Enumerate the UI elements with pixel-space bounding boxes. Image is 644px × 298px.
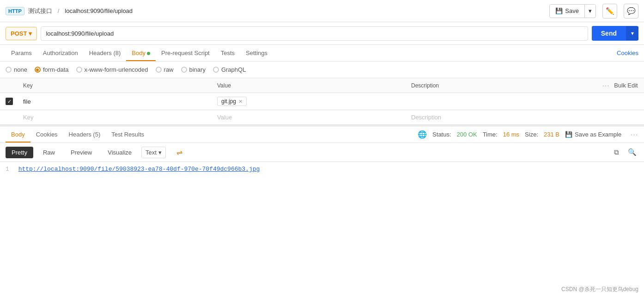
body-type-none-label: none xyxy=(14,66,27,73)
save-example-button[interactable]: 💾 Save as Example xyxy=(565,131,621,138)
body-type-raw[interactable]: raw xyxy=(156,66,174,73)
http-badge: HTTP xyxy=(6,7,24,15)
response-tabs: Body Cookies Headers (5) Test Results xyxy=(6,126,150,143)
body-type-urlencoded-label: x-www-form-urlencoded xyxy=(85,66,148,73)
body-type-graphql[interactable]: GraphQL xyxy=(213,66,246,73)
resp-tab-test-results[interactable]: Test Results xyxy=(106,126,150,143)
th-check xyxy=(0,78,18,93)
tab-headers[interactable]: Headers (8) xyxy=(84,45,127,61)
th-value: Value xyxy=(213,78,407,93)
save-button[interactable]: 💾 Save xyxy=(550,5,584,17)
tab-body-label: Body xyxy=(132,50,146,56)
tab-tests[interactable]: Tests xyxy=(215,45,240,61)
save-example-label: Save as Example xyxy=(575,131,621,138)
cookies-link[interactable]: Cookies xyxy=(617,45,638,61)
subtab-visualize[interactable]: Visualize xyxy=(102,147,138,158)
save-button-group: 💾 Save ▾ xyxy=(549,4,596,18)
subtab-preview[interactable]: Preview xyxy=(65,147,98,158)
time-value: 16 ms xyxy=(503,131,519,138)
save-icon: 💾 xyxy=(555,7,563,14)
save-label: Save xyxy=(565,7,579,14)
line-number-1: 1 xyxy=(6,166,9,173)
tab-body[interactable]: Body xyxy=(126,45,156,61)
value-placeholder: Value xyxy=(217,114,232,121)
subtab-raw[interactable]: Raw xyxy=(37,147,61,158)
radio-urlencoded xyxy=(76,67,82,73)
watermark: CSDN @杀死一只知更鸟debug xyxy=(561,286,638,293)
tab-authorization[interactable]: Authorization xyxy=(37,45,84,61)
th-actions: ··· Bulk Edit xyxy=(598,78,644,93)
send-button[interactable]: Send xyxy=(592,26,626,41)
save-dropdown-arrow[interactable]: ▾ xyxy=(585,5,595,17)
radio-raw xyxy=(156,67,162,73)
status-value: 200 OK xyxy=(457,131,477,138)
row-key-cell[interactable]: file xyxy=(18,93,213,110)
edit-icon-button[interactable]: ✏️ xyxy=(602,4,617,19)
send-dropdown-arrow[interactable]: ▾ xyxy=(626,26,638,40)
empty-row-desc[interactable]: Description xyxy=(407,110,598,125)
empty-row-actions xyxy=(598,110,644,125)
url-input[interactable] xyxy=(41,26,588,41)
request-tabs: Params Authorization Headers (8) Body Pr… xyxy=(0,45,644,62)
resp-tab-cookies[interactable]: Cookies xyxy=(30,126,63,143)
body-active-dot xyxy=(147,52,150,55)
file-name: git.jpg xyxy=(221,98,236,105)
body-type-binary[interactable]: binary xyxy=(181,66,206,73)
format-selector[interactable]: Text ▾ xyxy=(141,147,166,158)
bulk-edit-button[interactable]: Bulk Edit xyxy=(614,82,638,89)
empty-row-check xyxy=(0,110,18,125)
method-selector[interactable]: POST ▾ xyxy=(6,27,37,40)
size-label: Size: xyxy=(525,131,538,138)
breadcrumb-separator: / xyxy=(58,7,60,14)
collection-name[interactable]: 测试接口 xyxy=(28,7,52,15)
response-subtabs: Pretty Raw Preview Visualize Text ▾ ⇌ ⧉ … xyxy=(0,143,644,162)
body-type-urlencoded[interactable]: x-www-form-urlencoded xyxy=(76,66,148,73)
response-more-options-icon[interactable]: ··· xyxy=(631,131,638,138)
tab-params[interactable]: Params xyxy=(6,45,37,61)
desc-placeholder: Description xyxy=(411,114,441,121)
body-type-form-data-label: form-data xyxy=(43,66,69,73)
radio-form-data xyxy=(35,67,41,73)
status-label: Status: xyxy=(432,131,451,138)
comment-icon-button[interactable]: 💬 xyxy=(624,4,638,19)
copy-response-icon[interactable]: ⧉ xyxy=(610,146,623,159)
more-options-icon[interactable]: ··· xyxy=(602,82,610,89)
wrap-icon[interactable]: ⇌ xyxy=(173,146,186,159)
response-tabs-bar: Body Cookies Headers (5) Test Results 🌐 … xyxy=(0,126,644,143)
body-type-selector: none form-data x-www-form-urlencoded raw… xyxy=(0,62,644,78)
row-checkbox-cell[interactable]: ✓ xyxy=(0,93,18,110)
row-key-value: file xyxy=(23,98,31,105)
format-label: Text xyxy=(146,149,157,156)
row-actions-cell xyxy=(598,93,644,110)
body-type-form-data[interactable]: form-data xyxy=(35,66,69,73)
body-type-none[interactable]: none xyxy=(6,66,27,73)
file-tag: git.jpg ✕ xyxy=(217,97,247,106)
top-bar: HTTP 测试接口 / localhost:9090/file/upload 💾… xyxy=(0,0,644,22)
table-row-empty: Key Value Description xyxy=(0,110,644,125)
time-label: Time: xyxy=(483,131,498,138)
row-value-cell[interactable]: git.jpg ✕ xyxy=(213,93,407,110)
row-desc-cell[interactable] xyxy=(407,93,598,110)
tab-settings[interactable]: Settings xyxy=(240,45,273,61)
response-body: 1 http://localhost:9090/file/59038923-ea… xyxy=(0,162,644,176)
empty-row-value[interactable]: Value xyxy=(213,110,407,125)
resp-tab-body[interactable]: Body xyxy=(6,126,30,143)
radio-none xyxy=(6,67,12,73)
resp-tab-headers[interactable]: Headers (5) xyxy=(63,126,106,143)
body-type-binary-label: binary xyxy=(189,66,206,73)
tab-pre-request[interactable]: Pre-request Script xyxy=(156,45,215,61)
key-placeholder: Key xyxy=(23,114,33,121)
subtab-pretty[interactable]: Pretty xyxy=(6,147,33,158)
file-tag-close-icon[interactable]: ✕ xyxy=(238,99,243,105)
response-url-link[interactable]: http://localhost:9090/file/59038923-ea78… xyxy=(18,166,260,173)
save-example-icon: 💾 xyxy=(565,131,572,138)
send-button-group: Send ▾ xyxy=(592,26,638,41)
globe-icon: 🌐 xyxy=(418,130,427,139)
checkbox-checked-icon[interactable]: ✓ xyxy=(6,98,13,105)
search-response-icon[interactable]: 🔍 xyxy=(626,146,638,159)
params-table-container: Key Value Description ··· Bulk Edit ✓ fi… xyxy=(0,78,644,124)
url-bar: POST ▾ Send ▾ xyxy=(0,22,644,45)
th-key: Key xyxy=(18,78,213,93)
size-value: 231 B xyxy=(544,131,559,138)
empty-row-key[interactable]: Key xyxy=(18,110,213,125)
